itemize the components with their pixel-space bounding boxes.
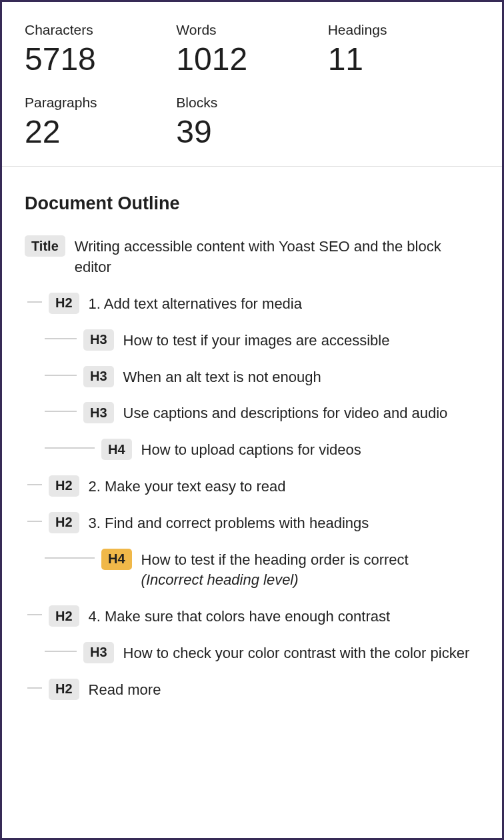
outline-item[interactable]: TitleWriting accessible content with Yoa… — [25, 235, 479, 278]
stats-row: Paragraphs 22 Blocks 39 — [25, 95, 479, 150]
outline-item-label: How to test if your images are accessibl… — [123, 332, 390, 349]
stat-value: 11 — [328, 41, 479, 77]
connector-icon — [45, 549, 95, 567]
heading-level-badge: H3 — [83, 642, 114, 663]
connector-icon — [45, 439, 95, 457]
outline-item[interactable]: H24. Make sure that colors have enough c… — [25, 605, 479, 627]
heading-level-badge: H3 — [83, 329, 114, 351]
outline-item-label: When an alt text is not enough — [123, 369, 321, 385]
connector-icon — [45, 366, 77, 385]
connector-icon — [45, 329, 77, 348]
outline-item[interactable]: H23. Find and correct problems with head… — [25, 512, 479, 534]
stat-label: Paragraphs — [25, 95, 176, 111]
outline-item-text: How to check your color contrast with th… — [123, 642, 470, 664]
outline-item-label: 2. Make your text easy to read — [89, 478, 286, 495]
outline-item-text: When an alt text is not enough — [123, 366, 321, 388]
connector-icon — [45, 642, 77, 661]
outline-item-label: How to check your color contrast with th… — [123, 645, 470, 661]
connector-icon — [27, 512, 42, 531]
stat-label: Blocks — [176, 95, 327, 111]
connector-icon — [27, 679, 42, 697]
connector-icon — [27, 293, 42, 311]
outline-item[interactable]: H21. Add text alternatives for media — [25, 293, 479, 315]
heading-level-badge: H2 — [49, 475, 79, 497]
outline-item-text: Read more — [89, 679, 161, 701]
stat-value: 22 — [25, 113, 176, 150]
outline-item[interactable]: H3How to test if your images are accessi… — [25, 329, 479, 351]
connector-icon — [27, 475, 42, 494]
stat-characters: Characters 5718 — [25, 22, 176, 77]
stat-label: Characters — [25, 22, 176, 38]
heading-level-badge: H2 — [49, 679, 79, 700]
outline-item-text: How to test if your images are accessibl… — [123, 329, 390, 351]
heading-level-badge: H2 — [49, 512, 79, 533]
outline-item-label: Use captions and descriptions for video … — [123, 405, 448, 421]
outline-item-text: How to upload captions for videos — [141, 439, 361, 461]
stat-label: Headings — [328, 22, 479, 38]
heading-level-badge: H2 — [49, 605, 79, 627]
heading-level-badge: H4 — [101, 439, 132, 460]
outline-item-text: 2. Make your text easy to read — [89, 475, 286, 497]
outline-item-text: Use captions and descriptions for video … — [123, 402, 448, 424]
outline-item-label: 4. Make sure that colors have enough con… — [89, 608, 390, 625]
outline-item-label: 1. Add text alternatives for media — [89, 295, 302, 312]
outline-item[interactable]: H3Use captions and descriptions for vide… — [25, 402, 479, 424]
stat-paragraphs: Paragraphs 22 — [25, 95, 176, 150]
stat-label: Words — [176, 22, 327, 38]
stat-value: 39 — [176, 113, 327, 150]
outline-item[interactable]: H4How to upload captions for videos — [25, 439, 479, 461]
heading-level-badge: Title — [25, 235, 65, 257]
stat-headings: Headings 11 — [328, 22, 479, 77]
heading-level-badge: H3 — [83, 402, 114, 423]
outline-item-note: (Incorrect heading level) — [141, 570, 409, 591]
connector-icon — [27, 605, 42, 624]
stat-words: Words 1012 — [176, 22, 327, 77]
outline-title: Document Outline — [25, 193, 479, 214]
outline-item[interactable]: H3When an alt text is not enough — [25, 366, 479, 388]
stat-blocks: Blocks 39 — [176, 95, 327, 150]
outline-item-label: 3. Find and correct problems with headin… — [89, 515, 369, 531]
outline-item-label: Read more — [89, 681, 161, 698]
connector-icon — [45, 402, 77, 421]
outline-item[interactable]: H22. Make your text easy to read — [25, 475, 479, 497]
outline-item-text: Writing accessible content with Yoast SE… — [75, 235, 479, 278]
heading-level-badge: H4 — [101, 549, 132, 570]
outline-item-text: 3. Find and correct problems with headin… — [89, 512, 369, 534]
outline-item-label: How to test if the heading order is corr… — [141, 551, 409, 568]
outline-item-text: 1. Add text alternatives for media — [89, 293, 302, 315]
outline-item-label: Writing accessible content with Yoast SE… — [75, 238, 441, 275]
stat-value: 1012 — [176, 41, 327, 77]
stats-row: Characters 5718 Words 1012 Headings 11 — [25, 22, 479, 77]
heading-level-badge: H3 — [83, 366, 114, 387]
outline-list: TitleWriting accessible content with Yoa… — [25, 235, 479, 700]
stats-section: Characters 5718 Words 1012 Headings 11 P… — [2, 2, 502, 167]
outline-item[interactable]: H3How to check your color contrast with … — [25, 642, 479, 664]
outline-item-text: How to test if the heading order is corr… — [141, 549, 409, 591]
outline-item-text: 4. Make sure that colors have enough con… — [89, 605, 390, 627]
outline-section: Document Outline TitleWriting accessible… — [2, 167, 502, 731]
outline-item[interactable]: H2Read more — [25, 679, 479, 701]
stat-empty — [328, 95, 479, 150]
heading-level-badge: H2 — [49, 293, 79, 314]
document-info-panel: Characters 5718 Words 1012 Headings 11 P… — [0, 0, 504, 840]
stat-value: 5718 — [25, 41, 176, 77]
outline-item[interactable]: H4How to test if the heading order is co… — [25, 549, 479, 591]
outline-item-label: How to upload captions for videos — [141, 441, 361, 458]
